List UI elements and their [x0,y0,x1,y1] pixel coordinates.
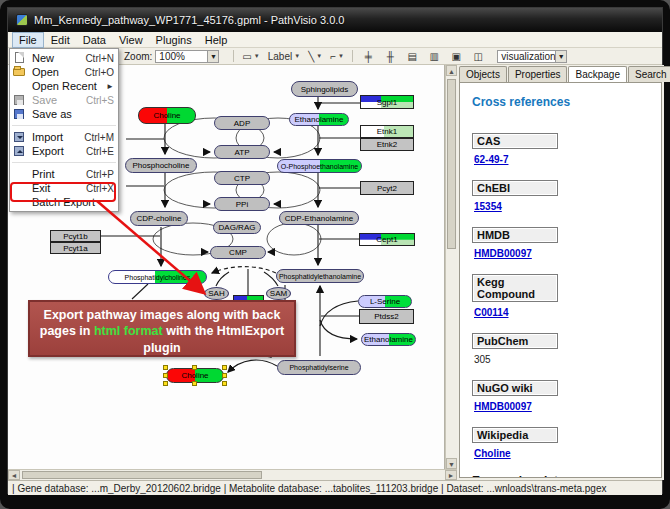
file-menu-item-save[interactable]: SaveCtrl+S [10,93,118,107]
metabolite-node-phosphatidylserine[interactable]: Phosphatidylserine [277,360,361,375]
gene-node-cept1[interactable]: Cept1 [359,233,415,246]
scroll-right-icon[interactable]: ► [445,470,457,480]
metabolite-node-ethanolamine[interactable]: Ethanolamine [289,113,349,126]
file-menu-item-open-recent[interactable]: Open Recent► [10,79,118,93]
zoom-combobox[interactable]: 100% ▼ [155,50,219,63]
metabolite-node-atp[interactable]: ATP [214,145,270,159]
xref-link[interactable]: 62-49-7 [474,154,508,165]
gene-node-pcyt1b[interactable]: Pcyt1b [50,230,101,242]
empty-icon [12,196,28,208]
metabolite-node-sphingolipids[interactable]: Sphingolipids [291,81,358,97]
metabolite-node-adp[interactable]: ADP [214,116,270,130]
metabolite-node-sam[interactable]: SAM [266,287,291,300]
side-panel: ObjectsPropertiesBackpageSearchLegend Cr… [457,65,664,480]
menu-item-shortcut: Ctrl+X [86,183,114,194]
xref-link[interactable]: C00114 [474,307,508,318]
horizontal-scrollbar[interactable]: ◄ ► [8,469,457,480]
menu-separator [12,121,116,126]
xref-link[interactable]: 15354 [474,201,502,212]
metabolite-node-choline[interactable]: Choline [138,107,196,124]
scroll-up-icon[interactable]: ▲ [446,65,457,76]
cross-references-heading: Cross references [472,95,661,109]
scroll-left-icon[interactable]: ◄ [8,470,20,480]
print-button[interactable]: ▣ [448,49,464,63]
metabolite-node-phosphatidylethanolamine[interactable]: Phosphatidylethanolamine [276,269,364,283]
line-dropdown-button[interactable]: ╲▼ [307,49,323,63]
tab-backpage[interactable]: Backpage [568,66,626,83]
cross-references-list: CAS62-49-7ChEBI15354HMDBHMDB00097Kegg Co… [472,133,661,461]
file-menu-item-batch-export[interactable]: Batch Export [10,195,118,209]
metabolite-node-phosphocholine[interactable]: Phosphocholine [125,158,197,173]
selection-handle[interactable] [163,381,168,386]
selection-handle[interactable] [222,381,227,386]
chevron-down-icon[interactable]: ▼ [207,51,218,62]
menu-separator [12,158,116,163]
metabolite-node-ppi[interactable]: PPi [214,197,270,211]
file-menu-item-exit[interactable]: ExitCtrl+X [10,181,118,195]
file-menu-item-import[interactable]: ImportCtrl+M [10,130,118,144]
metabolite-node-cmp[interactable]: CMP [210,246,266,259]
xref-section-cas: CAS62-49-7 [472,133,661,167]
menu-view[interactable]: View [113,33,149,47]
menu-file[interactable]: File [12,32,44,48]
metabolite-node-dag-rag[interactable]: DAG/RAG [213,221,261,234]
tab-search[interactable]: Search [628,66,670,82]
menu-data[interactable]: Data [77,33,112,47]
selection-handle[interactable] [192,381,197,386]
file-menu-item-new[interactable]: NewCtrl+N [10,51,118,65]
gene-node-pcyt2[interactable]: Pcyt2 [360,181,414,195]
gene-node-sgpl1[interactable]: Sgpl1 [360,95,414,109]
menu-item-shortcut: Ctrl+O [85,67,114,78]
selection-handle[interactable] [163,373,168,378]
metabolite-node-ctp[interactable]: CTP [214,171,270,185]
stack-horizontal-button[interactable]: ▥ [426,49,442,63]
xref-link[interactable]: Choline [474,448,511,459]
vertical-scroll-thumb[interactable] [447,79,456,249]
metabolite-node-ethanolamine[interactable]: Ethanolamine [361,333,416,346]
metabolite-node-sah[interactable]: SAH [204,287,229,300]
expression-data-heading: Expression data [472,474,661,478]
toolbar-separator [233,50,234,62]
metabolite-node-phosphatidylcholines[interactable]: Phosphatidylcholines [108,270,207,284]
gene-node-etnk1[interactable]: Etnk1 [360,125,414,138]
tab-properties[interactable]: Properties [508,66,568,82]
tab-objects[interactable]: Objects [459,66,507,82]
gene-node-etnk2[interactable]: Etnk2 [360,138,414,151]
file-menu-item-save-as[interactable]: Save as [10,107,118,121]
xref-title: Kegg Compound [472,274,558,302]
menu-item-shortcut: Ctrl+N [85,53,114,64]
menu-help[interactable]: Help [199,33,234,47]
export-image-button[interactable]: ◫ [470,49,486,63]
menu-edit[interactable]: Edit [45,33,76,47]
file-menu-item-export[interactable]: ExportCtrl+E [10,144,118,158]
xref-link[interactable]: HMDB00097 [474,401,532,412]
label-dropdown-button[interactable]: Label▼ [267,49,301,63]
metabolite-node-o-phosphoethanolamine[interactable]: O-Phosphoethanolamine [277,159,362,173]
file-menu-item-open[interactable]: OpenCtrl+O [10,65,118,79]
metabolite-node-cdp-choline[interactable]: CDP-choline [130,211,188,226]
menu-plugins[interactable]: Plugins [150,33,198,47]
connector-dropdown-button[interactable]: ⌐▼ [329,49,345,63]
import-icon [12,131,28,143]
datanode-dropdown-button[interactable]: ▭▼ [241,49,260,63]
visualization-combobox[interactable]: visualization ▼ [497,50,567,63]
xref-link[interactable]: HMDB00097 [474,248,532,259]
menu-item-label: Import [32,131,84,143]
horizontal-scroll-thumb[interactable] [22,471,262,479]
title-bar[interactable]: Mm_Kennedy_pathway_WP1771_45176.gpml - P… [8,8,662,32]
file-menu-item-print[interactable]: PrintCtrl+P [10,167,118,181]
chevron-down-icon[interactable]: ▼ [555,51,566,62]
gene-node-pcyt1a[interactable]: Pcyt1a [50,242,101,254]
align-middle-button[interactable]: ╫ [382,49,398,63]
stack-vertical-button[interactable]: ▤ [404,49,420,63]
align-center-button[interactable]: ╪ [360,49,376,63]
vertical-scrollbar[interactable]: ▲ ▼ [445,65,457,469]
selection-handle[interactable] [222,373,227,378]
selection-handle[interactable] [163,365,168,370]
scroll-down-icon[interactable]: ▼ [446,458,457,469]
metabolite-node-cdp-ethanolamine[interactable]: CDP-Ethanolamine [279,211,359,225]
selection-handle[interactable] [222,365,227,370]
selection-handle[interactable] [192,365,197,370]
gene-node-ptdss2[interactable]: Ptdss2 [359,309,414,324]
metabolite-node-l-serine[interactable]: L-Serine [358,295,412,308]
